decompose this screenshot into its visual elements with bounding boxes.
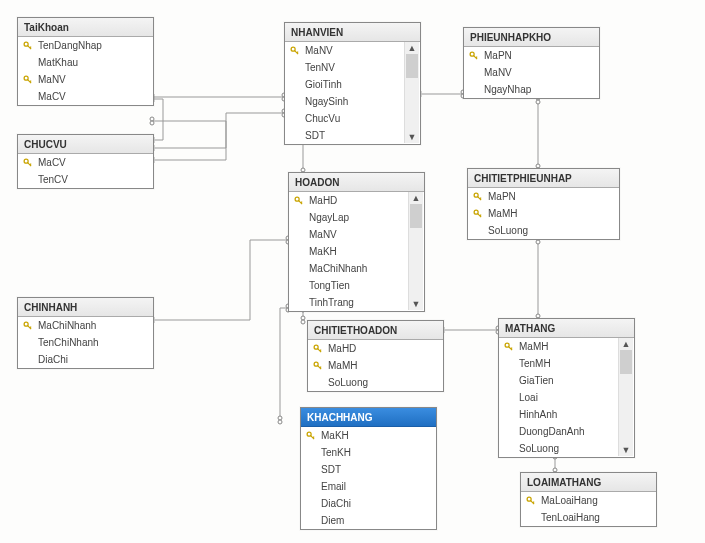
table-chitiethoadon[interactable]: CHITIETHOADON MaHD MaMHSoLuong (307, 320, 444, 392)
scroll-thumb[interactable] (406, 54, 418, 78)
table-header[interactable]: LOAIMATHANG (521, 473, 656, 492)
table-header[interactable]: CHITIETPHIEUNHAP (468, 169, 619, 188)
scroll-thumb[interactable] (620, 350, 632, 374)
table-header[interactable]: NHANVIEN (285, 23, 420, 42)
field-row[interactable]: MaCV (18, 88, 153, 105)
field-name: TenDangNhap (34, 40, 102, 51)
svg-line-114 (313, 436, 314, 437)
field-row[interactable]: TenChiNhanh (18, 334, 153, 351)
table-header[interactable]: CHINHANH (18, 298, 153, 317)
table-phieunhapkho[interactable]: PHIEUNHAPKHO MaPNMaNVNgayNhap (463, 27, 600, 99)
table-header[interactable]: KHACHHANG (301, 408, 436, 427)
table-loaimathang[interactable]: LOAIMATHANG MaLoaiHangTenLoaiHang (520, 472, 657, 527)
scroll-track[interactable] (620, 374, 632, 444)
field-row[interactable]: SDT (301, 461, 436, 478)
table-chucvu[interactable]: CHUCVU MaCVTenCV (17, 134, 154, 189)
table-nhanvien[interactable]: NHANVIEN MaNVTenNVGioiTinhNgaySinhChucVu… (284, 22, 421, 145)
table-chinhanh[interactable]: CHINHANH MaChiNhanhTenChiNhanhDiaChi (17, 297, 154, 369)
scrollbar[interactable]: ▲▼ (408, 192, 423, 310)
field-row[interactable]: MaNV (289, 226, 409, 243)
field-row[interactable]: MaMH (308, 357, 443, 374)
field-name: MaKH (305, 246, 337, 257)
field-row[interactable]: MaChiNhanh (289, 260, 409, 277)
scroll-up-icon[interactable]: ▲ (619, 338, 633, 350)
primary-key-icon (22, 321, 34, 331)
table-khachhang[interactable]: KHACHHANG MaKHTenKHSDTEmailDiaChiDiem (300, 407, 437, 530)
field-row[interactable]: TenDangNhap (18, 37, 153, 54)
table-header[interactable]: CHITIETHOADON (308, 321, 443, 340)
field-row[interactable]: Email (301, 478, 436, 495)
scroll-down-icon[interactable]: ▼ (409, 298, 423, 310)
table-header[interactable]: HOADON (289, 173, 424, 192)
field-row[interactable]: DiaChi (18, 351, 153, 368)
field-row[interactable]: TongTien (289, 277, 409, 294)
scroll-thumb[interactable] (410, 204, 422, 228)
field-row[interactable]: NgayNhap (464, 81, 599, 98)
field-row[interactable]: MaMH (499, 338, 619, 355)
field-row[interactable]: MaHD (289, 192, 409, 209)
scroll-up-icon[interactable]: ▲ (405, 42, 419, 54)
scrollbar[interactable]: ▲▼ (618, 338, 633, 456)
field-row[interactable]: MaHD (308, 340, 443, 357)
table-header[interactable]: TaiKhoan (18, 18, 153, 37)
field-row[interactable]: NgayLap (289, 209, 409, 226)
scroll-down-icon[interactable]: ▼ (405, 131, 419, 143)
scroll-track[interactable] (406, 78, 418, 131)
field-row[interactable]: TinhTrang (289, 294, 409, 311)
field-row[interactable]: SoLuong (308, 374, 443, 391)
table-mathang[interactable]: MATHANG MaMHTenMHGiaTienLoaiHinhAnhDuong… (498, 318, 635, 458)
table-title: LOAIMATHANG (527, 477, 601, 488)
field-row[interactable]: MaNV (18, 71, 153, 88)
field-row[interactable]: SoLuong (499, 440, 619, 457)
scrollbar[interactable]: ▲▼ (404, 42, 419, 143)
field-row[interactable]: Diem (301, 512, 436, 529)
field-row[interactable]: SDT (285, 127, 405, 144)
svg-line-81 (30, 80, 31, 81)
table-header[interactable]: PHIEUNHAPKHO (464, 28, 599, 47)
table-taikhoan[interactable]: TaiKhoan TenDangNhapMatKhau MaNVMaCV (17, 17, 154, 106)
table-header[interactable]: CHUCVU (18, 135, 153, 154)
field-row[interactable]: MaMH (468, 205, 619, 222)
field-row[interactable]: MaNV (285, 42, 405, 59)
svg-line-105 (320, 349, 321, 350)
field-row[interactable]: MaPN (468, 188, 619, 205)
scroll-down-icon[interactable]: ▼ (619, 444, 633, 456)
field-name: SoLuong (515, 443, 559, 454)
primary-key-icon (293, 196, 305, 206)
field-row[interactable]: TenMH (499, 355, 619, 372)
field-name: Email (317, 481, 346, 492)
field-name: Diem (317, 515, 344, 526)
field-row[interactable]: TenKH (301, 444, 436, 461)
field-row[interactable]: TenCV (18, 171, 153, 188)
scroll-track[interactable] (410, 228, 422, 298)
field-row[interactable]: Loai (499, 389, 619, 406)
field-row[interactable]: MaCV (18, 154, 153, 171)
table-body: MaPNMaNVNgayNhap (464, 47, 599, 98)
table-chitietphieunhap[interactable]: CHITIETPHIEUNHAP MaPN MaMHSoLuong (467, 168, 620, 240)
scroll-up-icon[interactable]: ▲ (409, 192, 423, 204)
field-row[interactable]: MaNV (464, 64, 599, 81)
field-row[interactable]: DuongDanAnh (499, 423, 619, 440)
table-header[interactable]: MATHANG (499, 319, 634, 338)
field-row[interactable]: GiaTien (499, 372, 619, 389)
field-name: HinhAnh (515, 409, 557, 420)
field-row[interactable]: NgaySinh (285, 93, 405, 110)
field-row[interactable]: MaChiNhanh (18, 317, 153, 334)
field-name: TenNV (301, 62, 335, 73)
field-row[interactable]: TenLoaiHang (521, 509, 656, 526)
table-hoadon[interactable]: HOADON MaHDNgayLapMaNVMaKHMaChiNhanhTong… (288, 172, 425, 312)
field-row[interactable]: SoLuong (468, 222, 619, 239)
field-row[interactable]: MaLoaiHang (521, 492, 656, 509)
field-name: TenKH (317, 447, 351, 458)
field-row[interactable]: MaPN (464, 47, 599, 64)
field-row[interactable]: MaKH (289, 243, 409, 260)
field-row[interactable]: MaKH (301, 427, 436, 444)
table-body: MaChiNhanhTenChiNhanhDiaChi (18, 317, 153, 368)
field-row[interactable]: ChucVu (285, 110, 405, 127)
field-row[interactable]: HinhAnh (499, 406, 619, 423)
field-row[interactable]: MatKhau (18, 54, 153, 71)
svg-point-10 (150, 117, 154, 121)
field-row[interactable]: GioiTinh (285, 76, 405, 93)
field-row[interactable]: TenNV (285, 59, 405, 76)
field-row[interactable]: DiaChi (301, 495, 436, 512)
